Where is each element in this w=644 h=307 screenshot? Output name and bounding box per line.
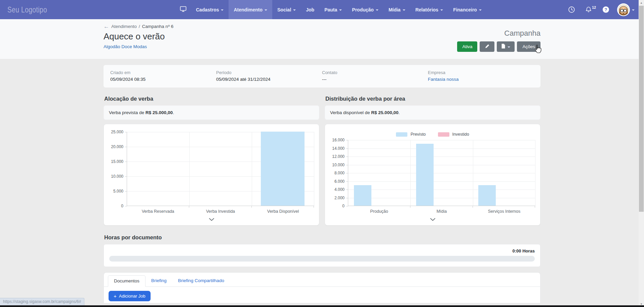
y-tick-mark: [346, 206, 348, 206]
expand-chart-button[interactable]: [430, 218, 436, 221]
chevron-down-icon: [339, 9, 342, 11]
tab-briefing[interactable]: Briefing: [146, 275, 172, 287]
plot-wrap: 25.00020.00015.00010.0005.0000: [109, 132, 314, 206]
x-category-label: Verba Disponível: [252, 209, 314, 214]
nav-item-financeiro[interactable]: Financeiro: [448, 0, 487, 19]
help-glyph: ?: [605, 7, 607, 12]
legend-label: Investido: [452, 132, 469, 137]
note-suffix: .: [398, 110, 400, 115]
category-divider: [410, 140, 411, 206]
x-category-label: Verba Reservada: [127, 209, 189, 214]
add-job-button[interactable]: + Adicionar Job: [109, 291, 151, 301]
y-axis-labels: 16.00014.00012.00010.0008.0006.0004.0002…: [330, 140, 348, 206]
bar-producao-previsto: [354, 185, 371, 206]
section-heading: Distribuição de verba por área: [325, 96, 540, 102]
top-navbar: Seu Logotipo CadastrosAtendimentoSocialJ…: [0, 0, 644, 19]
desktop-icon-nav-item[interactable]: [175, 0, 191, 19]
scrollbar-thumb[interactable]: [639, 6, 644, 212]
page-header-left: ← Atendimento / Campanha nº 6 Aquece o v…: [104, 24, 173, 52]
nav-item-label: Relatórios: [415, 7, 438, 12]
info-field-periodo: Período05/09/2024 até 31/12/2024: [216, 70, 322, 82]
note-text: Verba prevista de: [109, 110, 146, 115]
y-tick-label: 4.000: [334, 187, 345, 192]
budget-distribution-section: Distribuição de verba por área Verba dis…: [325, 96, 540, 226]
nav-item-atendimento[interactable]: Atendimento: [229, 0, 272, 19]
info-field-contato: Contato---: [322, 70, 428, 82]
vertical-scrollbar[interactable]: ▲ ▼: [639, 0, 644, 307]
info-field-empresa: EmpresaFantasia nossa: [428, 70, 534, 82]
page-header-right: Campanha Ativa Açõe: [457, 24, 540, 52]
nav-item-label: Job: [306, 7, 314, 12]
note-text: Verba disponível de: [330, 110, 371, 115]
tab-documentos[interactable]: Documentos: [108, 275, 146, 287]
chevron-down-icon: [479, 9, 482, 11]
pencil-icon: [485, 44, 490, 50]
gridline: [348, 181, 535, 182]
nav-item-social[interactable]: Social: [272, 0, 301, 19]
note-suffix: .: [173, 110, 174, 115]
y-tick-mark: [125, 191, 127, 192]
history-clock-icon[interactable]: [568, 6, 575, 13]
nav-item-producao[interactable]: Produção: [347, 0, 384, 19]
scrollbar-up-arrow[interactable]: ▲: [639, 0, 644, 6]
bar-servicos-internos-previsto: [478, 185, 496, 206]
y-tick-label: 8.000: [334, 171, 345, 175]
y-tick-label: 0: [121, 204, 123, 208]
breadcrumb: ← Atendimento / Campanha nº 6: [104, 24, 173, 29]
budget-note: Verba prevista de R$ 25.000,00.: [104, 105, 319, 120]
back-arrow-icon[interactable]: ←: [104, 24, 109, 29]
nav-item-cadastros[interactable]: Cadastros: [191, 0, 229, 19]
info-field-value[interactable]: Fantasia nossa: [428, 77, 534, 82]
status-active-button[interactable]: Ativa: [457, 41, 477, 52]
page-title: Aquece o verão: [104, 31, 173, 42]
header-action-buttons: Ativa Ações: [457, 41, 540, 52]
x-tick-mark: [251, 206, 252, 208]
y-tick-label: 25.000: [111, 130, 123, 134]
help-icon[interactable]: ?: [603, 6, 609, 13]
monitor-icon: [180, 6, 187, 13]
app-logo[interactable]: Seu Logotipo: [7, 0, 175, 19]
x-tick-mark: [189, 206, 189, 208]
user-menu[interactable]: [617, 3, 635, 16]
x-category-label: Produção: [348, 209, 410, 214]
document-menu-button[interactable]: [497, 41, 515, 52]
budget-allocation-chart: 25.00020.00015.00010.0005.0000Verba Rese…: [109, 129, 314, 214]
plot-area: [348, 140, 535, 206]
nav-item-relatorios[interactable]: Relatórios: [410, 0, 448, 19]
nav-item-label: Financeiro: [453, 7, 477, 12]
link-status-tooltip: https://staging.sigasw.com.br/campaigns/…: [0, 298, 84, 305]
gridline: [348, 190, 535, 190]
main-content: Criado em05/09/2024 08:35Período05/09/20…: [0, 65, 644, 303]
y-tick-label: 10.000: [111, 174, 123, 179]
info-field-value: 05/09/2024 08:35: [110, 77, 216, 82]
hours-progress-bar: [109, 256, 535, 262]
window-bottom-edge: [0, 305, 644, 307]
actions-button[interactable]: Ações: [517, 41, 540, 52]
gridline: [348, 148, 535, 149]
plot-area: [127, 132, 314, 206]
nav-item-midia[interactable]: Mídia: [384, 0, 410, 19]
budget-allocation-section: Alocação de verba Verba prevista de R$ 2…: [104, 96, 319, 226]
y-tick-mark: [346, 198, 348, 198]
edit-button[interactable]: [480, 41, 494, 52]
chevron-down-icon: [376, 9, 378, 11]
info-field-value: 05/09/2024 até 31/12/2024: [216, 77, 322, 82]
nav-menu: CadastrosAtendimentoSocialJobPautaProduç…: [175, 0, 487, 19]
expand-chart-button[interactable]: [209, 218, 214, 221]
client-link[interactable]: Algodão Doce Modas: [104, 44, 147, 49]
available-budget-note: Verba disponível de R$ 25.000,00.: [325, 105, 540, 120]
info-field-criado-em: Criado em05/09/2024 08:35: [110, 70, 216, 82]
campaign-info-card: Criado em05/09/2024 08:35Período05/09/20…: [104, 65, 540, 88]
tab-briefing-compartilhado[interactable]: Briefing Compartilhado: [172, 275, 230, 287]
page-header: ← Atendimento / Campanha nº 6 Aquece o v…: [0, 19, 644, 59]
y-tick-mark: [125, 132, 127, 132]
document-menu-caret-icon: [508, 46, 510, 48]
x-tick-mark: [473, 206, 473, 208]
breadcrumb-section[interactable]: Atendimento: [111, 24, 137, 29]
legend-entry-investido: Investido: [438, 132, 469, 137]
nav-item-pauta[interactable]: Pauta: [319, 0, 347, 19]
notifications-bell-icon[interactable]: 12: [585, 6, 592, 13]
nav-item-label: Cadastros: [196, 7, 219, 12]
nav-item-job[interactable]: Job: [301, 0, 319, 19]
gridline: [348, 173, 535, 173]
